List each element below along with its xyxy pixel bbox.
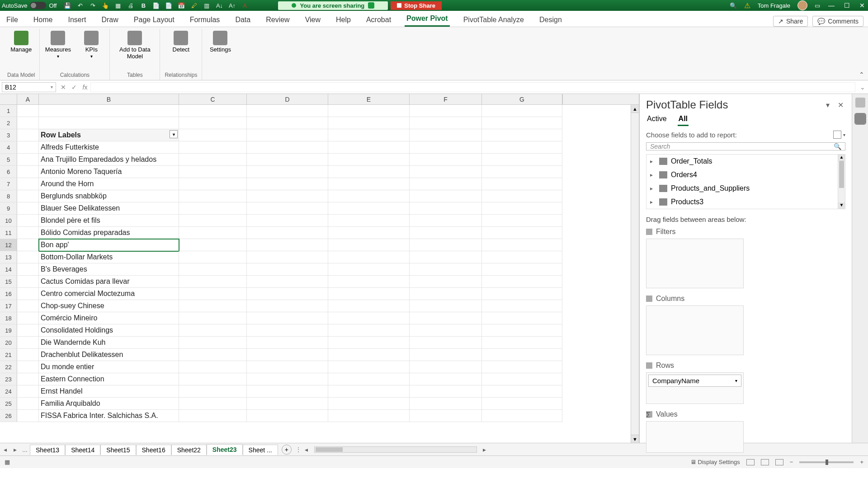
cell[interactable]: [482, 324, 562, 337]
new-sheet-button[interactable]: +: [282, 445, 292, 455]
cell[interactable]: [328, 263, 410, 276]
row-header[interactable]: 18: [0, 312, 17, 324]
col-header-a[interactable]: A: [17, 94, 39, 104]
cell[interactable]: FISSA Fabrica Inter. Salchichas S.A.: [39, 410, 179, 422]
row-header[interactable]: 19: [0, 324, 17, 337]
sheet-tab[interactable]: Sheet22: [171, 445, 207, 455]
cell[interactable]: Alfreds Futterkiste: [39, 141, 179, 154]
cell[interactable]: [482, 117, 562, 129]
zoom-in-button[interactable]: +: [860, 459, 863, 465]
row-header[interactable]: 14: [0, 263, 17, 276]
cell[interactable]: [328, 300, 410, 312]
settings-button[interactable]: Settings: [207, 31, 234, 53]
enter-formula-icon[interactable]: ✓: [69, 84, 80, 91]
cell[interactable]: [328, 202, 410, 215]
cell[interactable]: Chop-suey Chinese: [39, 300, 179, 312]
expand-formula-icon[interactable]: ⌄: [857, 84, 868, 91]
cell[interactable]: Comércio Mineiro: [39, 312, 179, 324]
cell[interactable]: [328, 373, 410, 385]
table-icon[interactable]: ▦: [113, 1, 123, 10]
vertical-scrollbar[interactable]: ▲ ▼: [631, 105, 639, 443]
maximize-button[interactable]: ☐: [843, 2, 851, 9]
cell[interactable]: Eastern Connection: [39, 373, 179, 385]
cell[interactable]: [17, 239, 39, 251]
cell[interactable]: [328, 398, 410, 410]
tab-power-pivot[interactable]: Power Pivot: [405, 12, 450, 27]
detect-button[interactable]: Detect: [167, 31, 194, 53]
cell[interactable]: [17, 361, 39, 373]
filter-dropdown-icon[interactable]: ▾: [170, 130, 178, 138]
row-header[interactable]: 23: [0, 373, 17, 385]
cell[interactable]: Bottom-Dollar Markets: [39, 251, 179, 263]
cell-format-icon[interactable]: [855, 98, 865, 108]
field-order-totals[interactable]: ▸Order_Totals: [646, 155, 845, 168]
pivot-pane-icon[interactable]: [855, 114, 865, 124]
scroll-down-icon[interactable]: ▼: [838, 202, 845, 209]
filters-dropzone[interactable]: [646, 239, 744, 288]
pane-options-icon[interactable]: ▾: [823, 101, 833, 109]
cell[interactable]: [482, 239, 562, 251]
cell[interactable]: [17, 166, 39, 178]
row-header[interactable]: 6: [0, 166, 17, 178]
cell[interactable]: [179, 385, 247, 398]
cell[interactable]: [410, 361, 482, 373]
cell[interactable]: [247, 324, 328, 337]
cell[interactable]: [179, 166, 247, 178]
cell[interactable]: Cactus Comidas para llevar: [39, 276, 179, 288]
cell[interactable]: [17, 251, 39, 263]
cell[interactable]: [179, 227, 247, 239]
row-header[interactable]: 7: [0, 178, 17, 190]
tab-acrobat[interactable]: Acrobat: [364, 13, 393, 27]
cell[interactable]: [179, 288, 247, 300]
cell[interactable]: [410, 166, 482, 178]
cell[interactable]: [17, 349, 39, 361]
cell[interactable]: [247, 190, 328, 202]
cell[interactable]: [179, 215, 247, 227]
cell[interactable]: [247, 117, 328, 129]
cell[interactable]: Blauer See Delikatessen: [39, 202, 179, 215]
cell[interactable]: Familia Arquibaldo: [39, 398, 179, 410]
cell[interactable]: [410, 202, 482, 215]
cell[interactable]: [17, 129, 39, 141]
pane-close-icon[interactable]: ✕: [835, 101, 845, 109]
share-button[interactable]: ↗Share: [773, 16, 808, 27]
chevron-down-icon[interactable]: ▾: [843, 132, 845, 137]
cell[interactable]: [39, 117, 179, 129]
tab-pivottable-analyze[interactable]: PivotTable Analyze: [462, 13, 526, 27]
expand-icon[interactable]: ▸: [650, 158, 656, 164]
field-products3[interactable]: ▸Products3: [646, 195, 845, 209]
cell[interactable]: [247, 251, 328, 263]
scrollbar-thumb[interactable]: [839, 161, 844, 188]
cell[interactable]: [482, 105, 562, 117]
cell[interactable]: [482, 361, 562, 373]
cell[interactable]: [410, 398, 482, 410]
cell[interactable]: Around the Horn: [39, 178, 179, 190]
cell[interactable]: [482, 202, 562, 215]
cell[interactable]: [328, 117, 410, 129]
cell[interactable]: [410, 190, 482, 202]
cell[interactable]: [17, 373, 39, 385]
grid-body[interactable]: 123Row Labels▾4Alfreds Futterkiste5Ana T…: [0, 105, 631, 443]
cell[interactable]: [247, 288, 328, 300]
highlight-icon[interactable]: 🖊: [189, 1, 198, 10]
page-layout-view-icon[interactable]: [761, 459, 769, 465]
hscroll-right-icon[interactable]: ▸: [480, 446, 490, 453]
cell[interactable]: [328, 410, 410, 422]
cell[interactable]: [179, 410, 247, 422]
tab-review[interactable]: Review: [264, 13, 291, 27]
cell[interactable]: [17, 202, 39, 215]
sheet-tab[interactable]: Sheet14: [65, 445, 100, 455]
tab-page-layout[interactable]: Page Layout: [132, 13, 176, 27]
cell[interactable]: Bólido Comidas preparadas: [39, 227, 179, 239]
cell[interactable]: Bon app': [39, 239, 179, 251]
cell[interactable]: [410, 300, 482, 312]
cell[interactable]: Blondel père et fils: [39, 215, 179, 227]
cell[interactable]: [247, 227, 328, 239]
cell[interactable]: Drachenblut Delikatessen: [39, 349, 179, 361]
cell[interactable]: [247, 129, 328, 141]
row-header[interactable]: 16: [0, 288, 17, 300]
cell[interactable]: [328, 288, 410, 300]
cell[interactable]: [247, 215, 328, 227]
font-color-icon[interactable]: A: [240, 1, 249, 10]
cell[interactable]: [179, 263, 247, 276]
